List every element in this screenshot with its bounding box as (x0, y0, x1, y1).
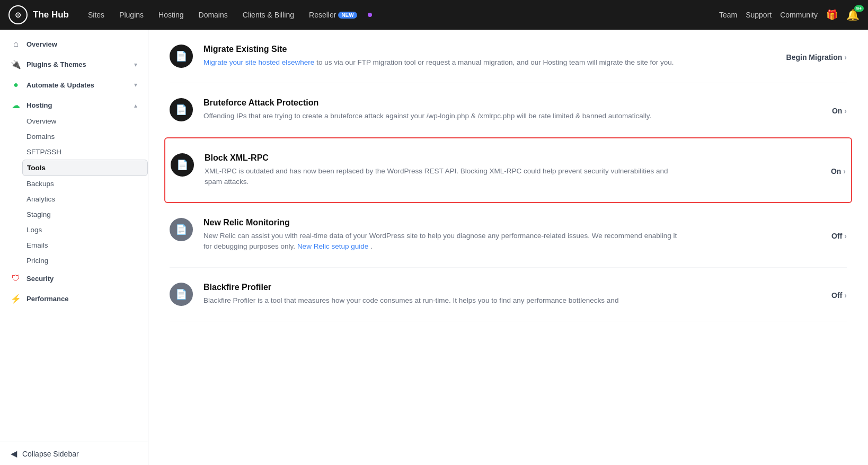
sidebar-item-hosting[interactable]: ☁ Hosting ▴ (0, 95, 148, 113)
tool-blackfire: 📄 Blackfire Profiler Blackfire Profiler … (170, 268, 847, 321)
xmlrpc-icon: 📄 (171, 153, 194, 177)
sidebar-performance-label: Performance (26, 295, 68, 303)
main-content: 📄 Migrate Existing Site Migrate your sit… (148, 30, 868, 465)
migrate-desc-text: to us via our FTP migration tool or requ… (316, 58, 674, 66)
plugin-icon: 🔌 (11, 59, 21, 69)
blackfire-title: Blackfire Profiler (203, 283, 821, 292)
xmlrpc-action[interactable]: On › (831, 167, 846, 176)
security-icon: 🛡 (11, 274, 21, 283)
chevron-right-icon-5: › (844, 291, 847, 300)
chevron-right-icon-3: › (843, 167, 846, 176)
bruteforce-status: On (832, 107, 842, 115)
sidebar-item-plugins-themes[interactable]: 🔌 Plugins & Themes ▾ (0, 54, 148, 75)
nav-hosting[interactable]: Hosting (152, 7, 190, 22)
newrelic-desc-before: New Relic can assist you with real-time … (203, 232, 677, 250)
nav-team[interactable]: Team (719, 11, 737, 19)
collapse-icon: ◀ (11, 449, 17, 459)
migrate-action[interactable]: Begin Migration › (786, 53, 847, 62)
sidebar-hosting-sub: Overview Domains SFTP/SSH Tools Backups … (0, 113, 148, 268)
logo-icon: ⊙ (8, 5, 28, 24)
newrelic-status: Off (831, 232, 842, 240)
sidebar-hosting-label: Hosting (26, 101, 52, 109)
migrate-icon: 📄 (170, 45, 193, 68)
migrate-title: Migrate Existing Site (203, 45, 776, 54)
reseller-badge: NEW (338, 12, 357, 19)
migrate-action-label: Begin Migration (786, 53, 843, 62)
sidebar-sub-hosting-emails[interactable]: Emails (26, 238, 148, 253)
nav-plugins[interactable]: Plugins (113, 7, 150, 22)
nav-reseller[interactable]: Reseller NEW (303, 7, 364, 22)
sidebar-overview-label: Overview (26, 40, 57, 48)
sidebar-sub-hosting-overview[interactable]: Overview (26, 113, 148, 129)
chevron-right-icon-2: › (844, 107, 847, 115)
tools-list: 📄 Migrate Existing Site Migrate your sit… (148, 30, 868, 343)
newrelic-desc: New Relic can assist you with real-time … (203, 231, 680, 252)
nav-community[interactable]: Community (780, 11, 818, 19)
xmlrpc-status: On (831, 167, 841, 176)
xmlrpc-desc: XML-RPC is outdated and has now been rep… (205, 166, 681, 188)
sidebar-collapse-button[interactable]: ◀ Collapse Sidebar (0, 442, 148, 465)
chevron-right-icon-4: › (844, 232, 847, 240)
newrelic-icon: 📄 (170, 218, 193, 241)
chevron-down-icon: ▾ (134, 61, 137, 68)
sidebar-sub-hosting-tools[interactable]: Tools (22, 160, 148, 176)
migrate-desc: Migrate your site hosted elsewhere to us… (203, 57, 680, 68)
sidebar-collapse-label: Collapse Sidebar (22, 450, 79, 458)
sidebar-sub-hosting-analytics[interactable]: Analytics (26, 191, 148, 207)
gift-button[interactable]: 🎁 (826, 9, 838, 21)
sidebar-sub-hosting-backups[interactable]: Backups (26, 176, 148, 191)
nav-sites[interactable]: Sites (82, 7, 111, 22)
app-title: The Hub (33, 10, 69, 20)
performance-icon: ⚡ (11, 294, 21, 304)
sidebar-sub-hosting-domains[interactable]: Domains (26, 129, 148, 144)
chevron-right-icon: › (844, 53, 847, 62)
topnav-links: Sites Plugins Hosting Domains Clients & … (82, 7, 717, 22)
sidebar-item-automate[interactable]: ● Automate & Updates ▾ (0, 75, 148, 95)
xmlrpc-title: Block XML-RPC (205, 153, 820, 163)
sidebar-item-overview[interactable]: ⌂ Overview (0, 34, 148, 54)
bruteforce-desc: Offending IPs that are trying to create … (203, 111, 680, 121)
blackfire-desc: Blackfire Profiler is a tool that measur… (203, 295, 680, 306)
tool-migrate: 📄 Migrate Existing Site Migrate your sit… (170, 30, 847, 83)
chevron-up-icon: ▴ (134, 102, 137, 109)
sidebar-sub-hosting-pricing[interactable]: Pricing (26, 253, 148, 268)
sidebar-sub-hosting-logs[interactable]: Logs (26, 222, 148, 238)
tool-xmlrpc: 📄 Block XML-RPC XML-RPC is outdated and … (164, 137, 852, 204)
logo-area[interactable]: ⊙ The Hub (8, 5, 69, 24)
newrelic-body: New Relic Monitoring New Relic can assis… (203, 218, 821, 252)
bell-badge: 9+ (854, 5, 864, 12)
newrelic-title: New Relic Monitoring (203, 218, 821, 227)
topnav: ⊙ The Hub Sites Plugins Hosting Domains … (0, 0, 868, 30)
nav-dot (368, 13, 372, 17)
tool-bruteforce: 📄 Bruteforce Attack Protection Offending… (170, 83, 847, 137)
cloud-icon: ☁ (11, 100, 21, 110)
sidebar-sub-hosting-sftp[interactable]: SFTP/SSH (26, 144, 148, 160)
sidebar-sub-hosting-staging[interactable]: Staging (26, 207, 148, 222)
nav-domains[interactable]: Domains (192, 7, 234, 22)
sidebar-automate-label: Automate & Updates (26, 81, 94, 89)
blackfire-action[interactable]: Off › (831, 291, 847, 300)
xmlrpc-body: Block XML-RPC XML-RPC is outdated and ha… (205, 153, 820, 188)
sidebar-item-security[interactable]: 🛡 Security (0, 268, 148, 288)
newrelic-setup-link[interactable]: New Relic setup guide (297, 242, 368, 250)
blackfire-status: Off (831, 291, 842, 300)
bell-button[interactable]: 🔔 9+ (846, 8, 860, 21)
topnav-right: Team Support Community 🎁 🔔 9+ (719, 8, 860, 21)
nav-support[interactable]: Support (746, 11, 772, 19)
sidebar-item-performance[interactable]: ⚡ Performance (0, 288, 148, 309)
sidebar: ⌂ Overview 🔌 Plugins & Themes ▾ ● Automa… (0, 30, 148, 465)
newrelic-action[interactable]: Off › (831, 232, 847, 240)
nav-billing[interactable]: Clients & Billing (236, 7, 300, 22)
newrelic-desc-after: . (370, 242, 373, 250)
migrate-link[interactable]: Migrate your site hosted elsewhere (203, 58, 314, 66)
home-icon: ⌂ (11, 39, 21, 49)
bruteforce-title: Bruteforce Attack Protection (203, 98, 821, 108)
tool-newrelic: 📄 New Relic Monitoring New Relic can ass… (170, 203, 847, 268)
sidebar-plugins-label: Plugins & Themes (26, 60, 86, 68)
blackfire-body: Blackfire Profiler Blackfire Profiler is… (203, 283, 821, 306)
bruteforce-body: Bruteforce Attack Protection Offending I… (203, 98, 821, 121)
sidebar-security-label: Security (26, 275, 54, 283)
bruteforce-action[interactable]: On › (832, 107, 847, 115)
main-layout: ⌂ Overview 🔌 Plugins & Themes ▾ ● Automa… (0, 30, 868, 465)
bruteforce-icon: 📄 (170, 98, 193, 121)
